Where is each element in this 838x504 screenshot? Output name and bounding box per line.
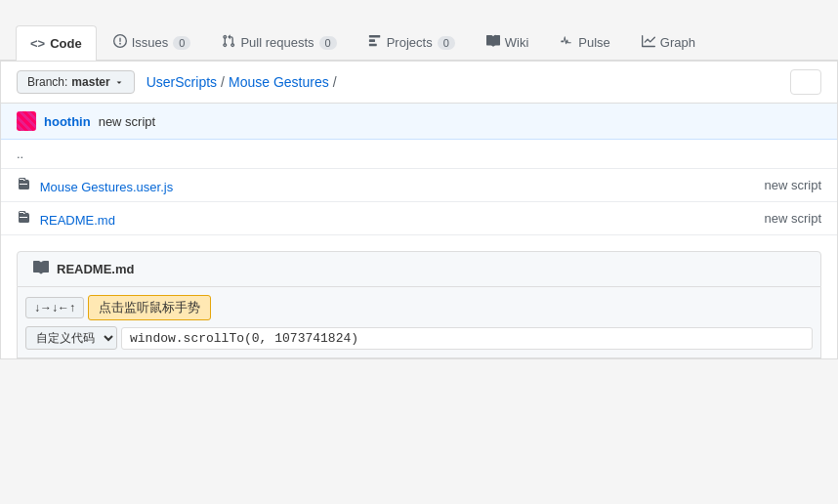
table-row: Mouse Gestures.user.js new script <box>1 169 837 202</box>
file-link-mouse-gestures[interactable]: Mouse Gestures.user.js <box>40 180 174 194</box>
file-cell: README.md <box>1 202 569 235</box>
tab-wiki-label: Wiki <box>505 35 529 50</box>
pull-request-icon <box>222 34 235 51</box>
projects-badge: 0 <box>438 36 455 50</box>
main-content: Branch: master UserScripts / Mouse Gestu… <box>0 61 838 359</box>
tab-wiki[interactable]: Wiki <box>472 23 544 61</box>
projects-icon <box>368 34 382 51</box>
console-toolbar: ↓→↓←↑ 点击监听鼠标手势 <box>25 295 813 320</box>
pulse-icon <box>560 34 573 51</box>
tab-issues-label: Issues <box>132 35 169 50</box>
readme-header: README.md <box>17 251 821 287</box>
issues-icon <box>113 34 127 51</box>
file-icon <box>17 213 34 228</box>
console-input-row: 自定义代码 <box>25 326 813 350</box>
graphs-icon <box>642 34 655 51</box>
file-commit-msg-readme: new script <box>569 202 837 235</box>
table-row: .. <box>1 140 837 169</box>
commit-username[interactable]: hoothin <box>44 114 91 129</box>
branch-prefix: Branch: <box>27 75 67 89</box>
pull-requests-badge: 0 <box>319 36 337 50</box>
console-area: ↓→↓←↑ 点击监听鼠标手势 自定义代码 <box>17 287 821 358</box>
avatar-image <box>17 111 36 131</box>
tab-pulse-label: Pulse <box>578 35 610 50</box>
branch-selector[interactable]: Branch: master <box>17 70 135 94</box>
tab-pull-requests-label: Pull requests <box>240 35 314 50</box>
issues-badge: 0 <box>173 36 190 50</box>
tab-graphs[interactable]: Graph <box>627 23 710 61</box>
readme-title: README.md <box>57 262 134 276</box>
file-table: .. Mouse Gestures.user.js new script <box>1 140 837 235</box>
console-arrows-btn[interactable]: ↓→↓←↑ <box>25 297 84 318</box>
tab-pull-requests[interactable]: Pull requests 0 <box>207 23 351 61</box>
avatar <box>17 111 36 131</box>
tab-projects-label: Projects <box>387 35 433 50</box>
search-input[interactable] <box>790 69 821 95</box>
table-row: README.md new script <box>1 202 837 235</box>
readme-icon <box>33 260 49 278</box>
breadcrumb: UserScripts / Mouse Gestures / <box>147 74 337 90</box>
tab-issues[interactable]: Issues 0 <box>99 23 206 61</box>
dotdot-cell: .. <box>1 140 569 169</box>
tab-code-label: Code <box>50 36 82 51</box>
file-link-readme[interactable]: README.md <box>40 213 115 228</box>
breadcrumb-sep-2: / <box>333 74 337 90</box>
commit-bar: hoothin new script <box>1 104 837 140</box>
chevron-down-icon <box>114 77 124 87</box>
console-select[interactable]: 自定义代码 <box>25 326 117 350</box>
file-cell: Mouse Gestures.user.js <box>1 169 569 202</box>
console-highlight-text: 点击监听鼠标手势 <box>88 295 211 320</box>
wiki-icon <box>486 34 500 51</box>
file-commit-msg-mouse-gestures: new script <box>569 169 837 202</box>
breadcrumb-bar: Branch: master UserScripts / Mouse Gestu… <box>1 62 837 104</box>
tab-pulse[interactable]: Pulse <box>545 23 625 61</box>
search-area <box>790 69 821 95</box>
breadcrumb-sep-1: / <box>221 74 225 90</box>
breadcrumb-userscripts[interactable]: UserScripts <box>147 74 217 90</box>
tab-code[interactable]: <> Code <box>16 25 97 61</box>
breadcrumb-mouse-gestures[interactable]: Mouse Gestures <box>229 74 329 90</box>
commit-message: new script <box>99 114 156 129</box>
tab-projects[interactable]: Projects 0 <box>354 23 470 61</box>
top-nav: <> Code Issues 0 Pull requests 0 Project… <box>0 0 838 61</box>
code-icon: <> <box>30 36 45 51</box>
file-icon <box>17 180 34 194</box>
tab-graphs-label: Graph <box>660 35 695 50</box>
console-text-input[interactable] <box>121 327 813 350</box>
branch-name: master <box>71 75 109 89</box>
